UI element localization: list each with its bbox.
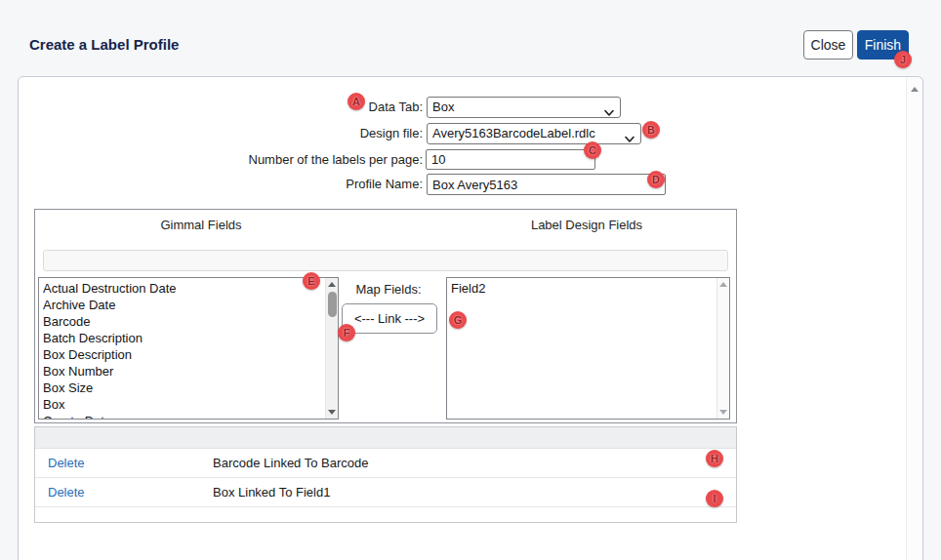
table-header-row <box>35 427 736 449</box>
label-design-fields-list: Field2 <box>451 280 715 419</box>
scroll-up-icon[interactable] <box>328 282 336 287</box>
scroll-up-icon[interactable] <box>719 282 727 287</box>
list-item[interactable]: Field2 <box>451 280 715 297</box>
design-file-selected-value: Avery5163BarcodeLabel.rdlc <box>432 126 595 140</box>
gimmal-listbox-scrollbar[interactable] <box>325 278 338 419</box>
profile-panel: Data Tab: Box Design file: Avery5163Barc… <box>18 76 923 560</box>
profile-name-input[interactable] <box>427 174 666 195</box>
annotation-marker-a: A <box>348 93 365 110</box>
link-button[interactable]: <--- Link ---> <box>342 303 437 334</box>
close-button[interactable]: Close <box>803 30 853 60</box>
map-fields-label: Map Fields: <box>340 282 437 297</box>
scroll-down-icon[interactable] <box>328 410 336 415</box>
fields-filter-input[interactable] <box>43 250 728 271</box>
delete-link[interactable]: Delete <box>48 449 85 478</box>
chevron-down-icon <box>604 103 614 123</box>
labels-per-page-input[interactable] <box>426 149 595 170</box>
annotation-marker-d: D <box>647 171 665 188</box>
panel-scrollbar[interactable] <box>906 78 921 560</box>
data-tab-selected-value: Box <box>432 100 454 114</box>
table-row: DeleteBarcode Linked To Barcode <box>35 449 736 478</box>
annotation-marker-h: H <box>706 450 723 467</box>
list-item[interactable]: Box Size <box>43 380 323 396</box>
annotation-marker-e: E <box>303 272 320 290</box>
delete-link[interactable]: Delete <box>48 478 85 507</box>
annotation-marker-i: I <box>706 490 723 507</box>
annotation-marker-g: G <box>449 311 467 329</box>
scrollbar-thumb[interactable] <box>328 292 337 317</box>
link-description: Barcode Linked To Barcode <box>213 449 368 478</box>
design-file-label: Design file: <box>19 123 423 144</box>
annotation-marker-f: F <box>338 324 355 341</box>
list-item[interactable]: Box Number <box>43 363 323 380</box>
list-item[interactable]: Create Date <box>43 413 323 419</box>
linked-fields-table: DeleteBarcode Linked To BarcodeDeleteBox… <box>34 426 737 523</box>
labels-per-page-label: Number of the labels per page: <box>19 149 423 171</box>
list-item[interactable]: Box <box>43 396 323 413</box>
table-row: DeleteBox Linked To Field1 <box>35 478 736 507</box>
annotation-marker-j: J <box>894 51 912 68</box>
list-item[interactable]: Barcode <box>43 313 323 330</box>
gimmal-fields-listbox[interactable]: Actual Destruction DateArchive DateBarco… <box>38 277 339 420</box>
annotation-marker-c: C <box>584 141 601 159</box>
link-description: Box Linked To Field1 <box>213 478 330 507</box>
design-listbox-scrollbar[interactable] <box>716 278 729 419</box>
label-design-fields-header: Label Design Fields <box>440 218 733 232</box>
list-item[interactable]: Batch Description <box>43 330 323 346</box>
data-tab-select[interactable]: Box <box>427 97 621 118</box>
gimmal-fields-header: Gimmal Fields <box>35 218 367 232</box>
list-item[interactable]: Actual Destruction Date <box>43 280 323 297</box>
list-item[interactable]: Archive Date <box>43 297 323 313</box>
list-item[interactable]: Box Description <box>43 346 323 363</box>
chevron-down-icon <box>625 130 634 149</box>
scroll-down-icon[interactable] <box>719 410 727 415</box>
page-title: Create a Label Profile <box>29 36 179 53</box>
annotation-marker-b: B <box>642 121 660 139</box>
field-mapping-box: Gimmal Fields Label Design Fields Actual… <box>34 209 737 423</box>
label-design-fields-listbox[interactable]: Field2 <box>446 277 730 420</box>
profile-name-label: Profile Name: <box>19 174 423 195</box>
design-file-select[interactable]: Avery5163BarcodeLabel.rdlc <box>427 123 641 144</box>
gimmal-fields-list: Actual Destruction DateArchive DateBarco… <box>43 280 323 419</box>
scroll-up-icon[interactable] <box>911 87 919 92</box>
